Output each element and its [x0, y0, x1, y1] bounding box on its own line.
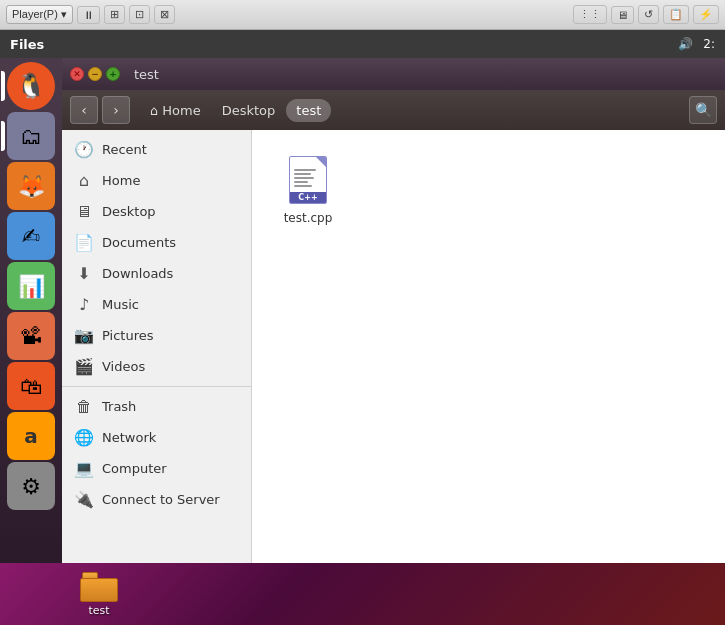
- nautilus-sidebar: 🕐 Recent ⌂ Home 🖥 Desktop 📄 Documents ⬇: [62, 130, 252, 563]
- desktop-icon: 🖥: [74, 202, 94, 221]
- vmware-right-btn-2[interactable]: 🖥: [611, 6, 634, 24]
- nautilus-content: 🕐 Recent ⌂ Home 🖥 Desktop 📄 Documents ⬇: [62, 130, 725, 563]
- launcher-impress[interactable]: 📽: [7, 312, 55, 360]
- vmware-toolbar-right: ⋮⋮ 🖥 ↺ 📋 ⚡: [573, 5, 719, 24]
- file-lines: [290, 157, 326, 191]
- folder-icon: [80, 572, 118, 602]
- panel-sound-icon[interactable]: 🔊: [678, 37, 693, 51]
- breadcrumb-desktop[interactable]: Desktop: [212, 99, 286, 122]
- forward-button[interactable]: ›: [102, 96, 130, 124]
- sidebar-item-videos[interactable]: 🎬 Videos: [62, 351, 251, 382]
- writer-icon: ✍: [22, 224, 40, 249]
- sidebar-item-home[interactable]: ⌂ Home: [62, 165, 251, 196]
- vmware-btn-3[interactable]: ⊠: [154, 5, 175, 24]
- breadcrumb-bar: ⌂ Home Desktop test: [140, 99, 679, 122]
- sidebar-item-music[interactable]: ♪ Music: [62, 289, 251, 320]
- files-icon: 🗂: [20, 124, 42, 149]
- launcher-firefox[interactable]: 🦊: [7, 162, 55, 210]
- sidebar-item-desktop[interactable]: 🖥 Desktop: [62, 196, 251, 227]
- back-button[interactable]: ‹: [70, 96, 98, 124]
- videos-icon: 🎬: [74, 357, 94, 376]
- sidebar-item-connect-to-server[interactable]: 🔌 Connect to Server: [62, 484, 251, 515]
- calc-icon: 📊: [18, 274, 45, 299]
- launcher-appstore[interactable]: 🛍: [7, 362, 55, 410]
- vmware-right-btn-4[interactable]: 📋: [663, 5, 689, 24]
- file-type-badge: C++: [290, 192, 326, 203]
- panel-right: 🔊 2:: [678, 37, 715, 51]
- vmware-btn-1[interactable]: ⊞: [104, 5, 125, 24]
- unity-panel: Files 🔊 2:: [0, 30, 725, 58]
- maximize-button[interactable]: +: [106, 67, 120, 81]
- vmware-right-btn-1[interactable]: ⋮⋮: [573, 5, 607, 24]
- folder-label: test: [88, 604, 109, 617]
- sidebar-separator-1: [62, 386, 251, 387]
- nautilus-toolbar: ‹ › ⌂ Home Desktop test 🔍: [62, 90, 725, 130]
- player-menu-button[interactable]: Player(P) ▾: [6, 5, 73, 24]
- settings-icon: ⚙: [21, 474, 41, 499]
- vmware-right-btn-5[interactable]: ⚡: [693, 5, 719, 24]
- computer-icon: 💻: [74, 459, 94, 478]
- vmware-btn-2[interactable]: ⊡: [129, 5, 150, 24]
- file-line-3: [294, 177, 314, 179]
- vmware-right-btn-3[interactable]: ↺: [638, 5, 659, 24]
- window-title: test: [134, 67, 159, 82]
- pause-button[interactable]: ⏸: [77, 6, 100, 24]
- home-icon: ⌂: [150, 103, 158, 118]
- breadcrumb-home[interactable]: ⌂ Home: [140, 99, 211, 122]
- desktop-folder-test[interactable]: test: [80, 572, 118, 617]
- vmware-toolbar-left: Player(P) ▾ ⏸ ⊞ ⊡ ⊠: [6, 5, 175, 24]
- breadcrumb-test[interactable]: test: [286, 99, 331, 122]
- appstore-icon: 🛍: [20, 374, 42, 399]
- file-page: C++: [289, 156, 327, 204]
- documents-icon: 📄: [74, 233, 94, 252]
- sidebar-item-trash[interactable]: 🗑 Trash: [62, 391, 251, 422]
- vmware-toolbar: Player(P) ▾ ⏸ ⊞ ⊡ ⊠ ⋮⋮ 🖥 ↺ 📋 ⚡: [0, 0, 725, 30]
- sidebar-item-pictures[interactable]: 📷 Pictures: [62, 320, 251, 351]
- music-icon: ♪: [74, 295, 94, 314]
- unity-launcher: 🐧 🗂 🦊 ✍ 📊 📽 🛍 a ⚙: [0, 58, 62, 563]
- home-nav-icon: ⌂: [74, 171, 94, 190]
- launcher-settings[interactable]: ⚙: [7, 462, 55, 510]
- ubuntu-icon: 🐧: [16, 72, 46, 100]
- sidebar-item-network[interactable]: 🌐 Network: [62, 422, 251, 453]
- sidebar-item-documents[interactable]: 📄 Documents: [62, 227, 251, 258]
- recent-icon: 🕐: [74, 140, 94, 159]
- panel-time[interactable]: 2:: [703, 37, 715, 51]
- file-line-1: [294, 169, 316, 171]
- launcher-writer[interactable]: ✍: [7, 212, 55, 260]
- file-name-label: test.cpp: [284, 211, 333, 225]
- file-line-2: [294, 173, 311, 175]
- nautilus-files: C++ test.cpp: [252, 130, 725, 563]
- file-line-4: [294, 181, 308, 183]
- impress-icon: 📽: [20, 324, 42, 349]
- search-button[interactable]: 🔍: [689, 96, 717, 124]
- launcher-ubuntu[interactable]: 🐧: [7, 62, 55, 110]
- folder-body: [80, 578, 118, 602]
- launcher-calc[interactable]: 📊: [7, 262, 55, 310]
- file-line-5: [294, 185, 312, 187]
- launcher-amazon[interactable]: a: [7, 412, 55, 460]
- launcher-files[interactable]: 🗂: [7, 112, 55, 160]
- trash-icon: 🗑: [74, 397, 94, 416]
- amazon-icon: a: [24, 424, 38, 448]
- close-button[interactable]: ✕: [70, 67, 84, 81]
- pictures-icon: 📷: [74, 326, 94, 345]
- file-icon-test-cpp: C++: [284, 152, 332, 208]
- desktop-taskbar: test: [0, 563, 725, 625]
- panel-title: Files: [10, 37, 44, 52]
- window-titlebar: ✕ − + test: [62, 58, 725, 90]
- main-area: 🐧 🗂 🦊 ✍ 📊 📽 🛍 a ⚙ ✕: [0, 58, 725, 563]
- window-controls: ✕ − +: [70, 67, 120, 81]
- connect-server-icon: 🔌: [74, 490, 94, 509]
- firefox-icon: 🦊: [18, 174, 45, 199]
- file-item-test-cpp[interactable]: C++ test.cpp: [268, 146, 348, 231]
- network-icon: 🌐: [74, 428, 94, 447]
- sidebar-item-computer[interactable]: 💻 Computer: [62, 453, 251, 484]
- sidebar-item-downloads[interactable]: ⬇ Downloads: [62, 258, 251, 289]
- nautilus-window: ✕ − + test ‹ › ⌂ Home Desktop test: [62, 58, 725, 563]
- downloads-icon: ⬇: [74, 264, 94, 283]
- sidebar-item-recent[interactable]: 🕐 Recent: [62, 134, 251, 165]
- minimize-button[interactable]: −: [88, 67, 102, 81]
